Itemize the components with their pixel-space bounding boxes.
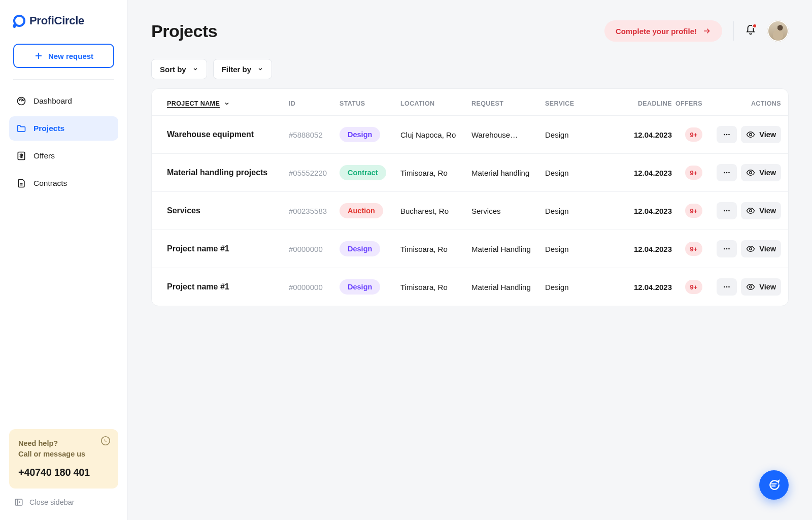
table-row[interactable]: Project name #1#0000000DesignTimisoara, … xyxy=(152,230,788,268)
filter-by-label: Filter by xyxy=(222,65,251,74)
cell-location: Timisoara, Ro xyxy=(400,169,471,177)
view-button[interactable]: View xyxy=(741,202,781,219)
cell-status: Design xyxy=(340,279,400,295)
filter-by-button[interactable]: Filter by xyxy=(213,59,272,79)
dots-icon xyxy=(722,206,731,215)
table-row[interactable]: Services#00235583AuctionBucharest, RoSer… xyxy=(152,191,788,230)
cell-offers: 9+ xyxy=(672,242,702,256)
sort-by-button[interactable]: Sort by xyxy=(151,59,207,79)
offers-badge: 9+ xyxy=(685,204,702,218)
view-label: View xyxy=(759,245,776,253)
cell-service: Design xyxy=(545,245,616,253)
sidebar-item-label: Dashboard xyxy=(33,96,72,106)
sidebar-item-label: Offers xyxy=(33,151,55,160)
divider xyxy=(13,79,114,80)
cell-id: #00235583 xyxy=(289,207,340,215)
cell-request: Warehouse… xyxy=(471,131,545,139)
cell-location: Timisoara, Ro xyxy=(400,283,471,291)
row-menu-button[interactable] xyxy=(717,164,737,181)
row-menu-button[interactable] xyxy=(717,202,737,219)
svg-point-10 xyxy=(724,134,725,136)
help-phone[interactable]: +40740 180 401 xyxy=(18,467,109,478)
cell-actions: View xyxy=(702,278,781,296)
complete-profile-label: Complete your profile! xyxy=(616,27,697,36)
offers-icon xyxy=(16,151,26,161)
cell-location: Cluj Napoca, Ro xyxy=(400,131,471,139)
row-menu-button[interactable] xyxy=(717,278,737,296)
cell-offers: 9+ xyxy=(672,127,702,142)
sidebar-item-label: Contracts xyxy=(33,179,67,188)
sidebar-item-offers[interactable]: Offers xyxy=(9,144,118,168)
cell-location: Bucharest, Ro xyxy=(400,207,471,215)
close-sidebar-label: Close sidebar xyxy=(29,498,75,506)
cell-actions: View xyxy=(702,126,781,143)
table-row[interactable]: Material handling projects#05552220Contr… xyxy=(152,153,788,191)
cell-deadline: 12.04.2023 xyxy=(616,245,672,253)
page-title: Projects xyxy=(151,21,217,41)
offers-badge: 9+ xyxy=(685,127,702,142)
row-menu-button[interactable] xyxy=(717,126,737,143)
svg-point-28 xyxy=(728,286,730,288)
logo[interactable]: ProfiCircle xyxy=(7,14,120,27)
eye-icon xyxy=(746,168,755,177)
table-row[interactable]: Warehouse equipment#5888052DesignCluj Na… xyxy=(152,115,788,153)
cell-id: #5888052 xyxy=(289,131,340,139)
svg-point-17 xyxy=(750,172,752,174)
chat-fab-button[interactable] xyxy=(759,470,789,500)
projects-table: PROJECT NAME ID STATUS LOCATION REQUEST … xyxy=(151,88,789,306)
svg-point-16 xyxy=(728,172,730,174)
filters: Sort by Filter by xyxy=(151,59,789,79)
close-sidebar-button[interactable]: Close sidebar xyxy=(7,489,120,510)
new-request-button[interactable]: New request xyxy=(13,44,114,68)
svg-point-15 xyxy=(726,172,728,174)
row-menu-button[interactable] xyxy=(717,240,737,257)
col-deadline: DEADLINE xyxy=(616,100,672,107)
dots-icon xyxy=(722,282,731,291)
whatsapp-icon xyxy=(100,435,111,448)
eye-icon xyxy=(746,282,755,291)
new-request-label: New request xyxy=(48,52,93,60)
sidebar-item-projects[interactable]: Projects xyxy=(9,116,118,141)
status-badge: Design xyxy=(340,241,380,256)
dashboard-icon xyxy=(16,96,26,106)
main: Projects Complete your profile! Sort by xyxy=(128,0,812,520)
view-button[interactable]: View xyxy=(741,278,781,296)
cell-id: #0000000 xyxy=(289,283,340,291)
divider xyxy=(733,21,734,41)
cell-service: Design xyxy=(545,169,616,177)
svg-point-24 xyxy=(728,248,730,250)
col-location: LOCATION xyxy=(400,100,471,107)
cell-status: Auction xyxy=(340,203,400,218)
cell-name: Project name #1 xyxy=(167,282,289,291)
svg-point-21 xyxy=(750,210,752,212)
table-header: PROJECT NAME ID STATUS LOCATION REQUEST … xyxy=(152,89,788,115)
status-badge: Auction xyxy=(340,203,383,218)
cell-service: Design xyxy=(545,283,616,291)
sort-by-label: Sort by xyxy=(160,65,186,74)
folder-icon xyxy=(16,123,26,134)
avatar[interactable] xyxy=(767,20,789,42)
notifications-button[interactable] xyxy=(745,24,756,38)
cell-actions: View xyxy=(702,202,781,219)
table-row[interactable]: Project name #1#0000000DesignTimisoara, … xyxy=(152,268,788,306)
cell-status: Contract xyxy=(340,165,400,180)
view-button[interactable]: View xyxy=(741,240,781,257)
sidebar-item-dashboard[interactable]: Dashboard xyxy=(9,89,118,113)
contracts-icon xyxy=(16,178,26,188)
view-label: View xyxy=(759,169,776,177)
cell-service: Design xyxy=(545,131,616,139)
cell-deadline: 12.04.2023 xyxy=(616,283,672,291)
sidebar-item-contracts[interactable]: Contracts xyxy=(9,171,118,196)
svg-point-19 xyxy=(726,210,728,212)
cell-name: Warehouse equipment xyxy=(167,130,289,139)
complete-profile-button[interactable]: Complete your profile! xyxy=(604,20,722,42)
help-card: Need help? Call or message us +40740 180… xyxy=(9,429,118,489)
col-project-name[interactable]: PROJECT NAME xyxy=(167,100,289,107)
view-button[interactable]: View xyxy=(741,126,781,143)
status-badge: Design xyxy=(340,279,380,295)
cell-name: Project name #1 xyxy=(167,244,289,253)
view-button[interactable]: View xyxy=(741,164,781,181)
cell-actions: View xyxy=(702,164,781,181)
eye-icon xyxy=(746,206,755,215)
cell-deadline: 12.04.2023 xyxy=(616,169,672,177)
